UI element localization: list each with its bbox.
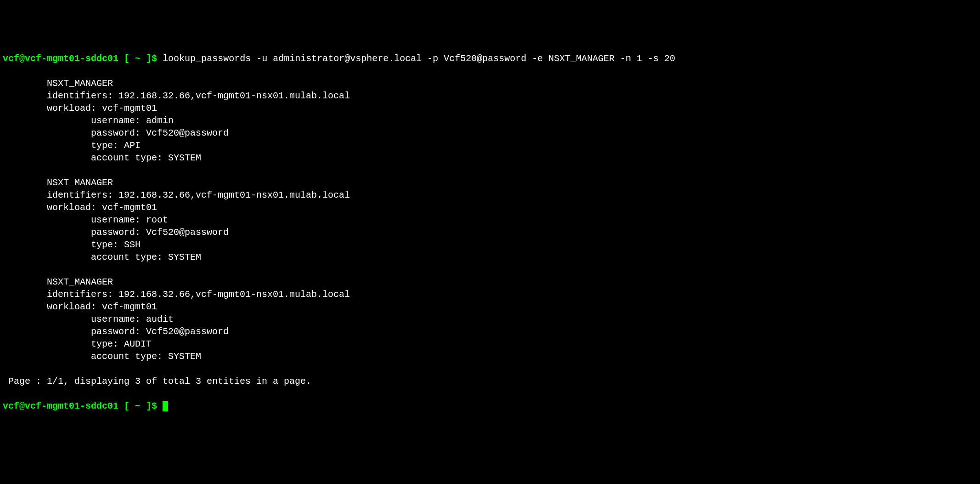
block-title: NSXT_MANAGER [47, 78, 113, 89]
block-password: password: Vcf520@password [91, 227, 229, 238]
prompt-user: vcf@vcf-mgmt01-sddc01 [3, 53, 118, 64]
block-username: username: root [91, 215, 168, 225]
prompt-close: ] [141, 53, 152, 64]
block-title: NSXT_MANAGER [47, 177, 113, 188]
prompt-path: ~ [135, 53, 141, 64]
prompt-open: [ [118, 53, 135, 64]
block-account-type: account type: SYSTEM [91, 153, 201, 163]
block-password: password: Vcf520@password [91, 128, 229, 138]
terminal-output[interactable]: vcf@vcf-mgmt01-sddc01 [ ~ ]$ lookup_pass… [3, 52, 977, 412]
cursor-icon [163, 401, 168, 411]
prompt-dollar: $ [152, 401, 163, 411]
block-title: NSXT_MANAGER [47, 277, 113, 287]
prompt-path: ~ [135, 401, 141, 411]
block-username: username: admin [91, 115, 174, 126]
block-account-type: account type: SYSTEM [91, 351, 201, 362]
block-password: password: Vcf520@password [91, 326, 229, 337]
block-account-type: account type: SYSTEM [91, 252, 201, 262]
block-workload: workload: vcf-mgmt01 [47, 103, 157, 114]
block-identifiers: identifiers: 192.168.32.66,vcf-mgmt01-ns… [47, 91, 350, 101]
block-type: type: AUDIT [91, 339, 152, 349]
block-type: type: API [91, 140, 141, 151]
command-text: lookup_passwords -u administrator@vspher… [163, 53, 675, 64]
prompt-dollar: $ [152, 53, 163, 64]
prompt-user: vcf@vcf-mgmt01-sddc01 [3, 401, 118, 411]
block-type: type: SSH [91, 239, 141, 250]
block-username: username: audit [91, 314, 174, 325]
block-identifiers: identifiers: 192.168.32.66,vcf-mgmt01-ns… [47, 190, 350, 200]
prompt-open: [ [118, 401, 135, 411]
block-workload: workload: vcf-mgmt01 [47, 202, 157, 213]
page-summary: Page : 1/1, displaying 3 of total 3 enti… [3, 376, 311, 387]
block-identifiers: identifiers: 192.168.32.66,vcf-mgmt01-ns… [47, 289, 350, 300]
block-workload: workload: vcf-mgmt01 [47, 302, 157, 312]
prompt-close: ] [141, 401, 152, 411]
